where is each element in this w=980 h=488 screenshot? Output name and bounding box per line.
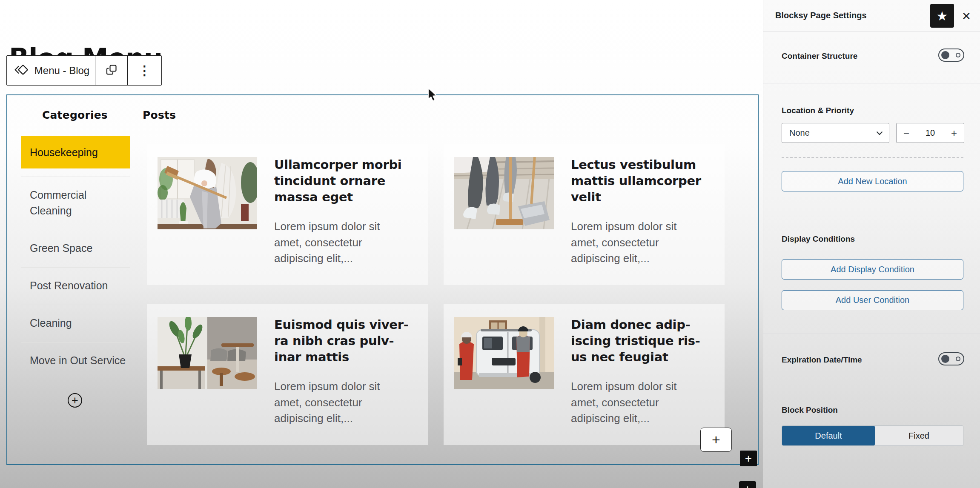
toggle-ring xyxy=(956,357,960,361)
copy-icon xyxy=(105,63,118,78)
divider xyxy=(763,386,980,386)
container-structure-toggle[interactable] xyxy=(938,49,964,62)
block-editor-screen: Blog Menu Menu - Blog xyxy=(0,0,980,488)
star-icon: ★ xyxy=(937,9,948,23)
add-display-condition-button[interactable]: Add Display Condition xyxy=(782,259,963,280)
duplicate-button[interactable] xyxy=(95,56,127,85)
add-new-location-button[interactable]: Add New Location xyxy=(782,171,963,191)
post-card[interactable]: Lectus vestibulummattis ullamcorpervelit… xyxy=(444,144,725,285)
options-button[interactable]: ⋮ xyxy=(127,56,161,85)
posts-heading: Posts xyxy=(143,109,176,121)
expiration-toggle[interactable] xyxy=(938,352,964,365)
selected-menu-block[interactable]: Categories Housekeeping Commercial Clean… xyxy=(6,94,759,465)
categories-list: Commercial CleaningGreen SpacePost Renov… xyxy=(21,177,130,380)
post-excerpt: Lorem ipsum dolor sitamet, consecteturad… xyxy=(571,379,699,427)
close-icon: ✕ xyxy=(962,10,971,23)
post-excerpt: Lorem ipsum dolor sitamet, consecteturad… xyxy=(274,219,402,267)
post-excerpt: Lorem ipsum dolor sitamet, consecteturad… xyxy=(571,219,699,267)
panel-title: Blocksy Page Settings xyxy=(775,0,867,31)
photo-plant-interior xyxy=(158,317,257,389)
block-toolbar: Menu - Blog ⋮ xyxy=(6,55,162,86)
container-structure-label: Container Structure xyxy=(782,51,857,61)
location-select[interactable]: None xyxy=(782,123,889,143)
divider xyxy=(763,467,980,467)
divider xyxy=(763,83,980,83)
add-user-condition-button[interactable]: Add User Condition xyxy=(782,290,963,310)
post-title: Diam donec adip-iscing tristique ris-us … xyxy=(571,317,724,365)
category-item[interactable]: Post Renovation xyxy=(21,267,130,305)
divider xyxy=(763,215,980,215)
blocksy-page-settings-panel: Blocksy Page Settings ★ ✕ Container Stru… xyxy=(763,0,980,488)
toggle-knob xyxy=(941,355,949,363)
divider xyxy=(763,334,980,334)
plus-icon: + xyxy=(745,452,752,465)
post-title: Euismod quis viver-ra nibh cras pulv-ina… xyxy=(274,317,427,365)
kebab-icon: ⋮ xyxy=(138,63,151,78)
add-category-button[interactable]: + xyxy=(68,393,82,408)
category-item[interactable]: Green Space xyxy=(21,230,130,267)
post-excerpt: Lorem ipsum dolor sitamet, consecteturad… xyxy=(274,379,402,427)
add-block-button[interactable]: + xyxy=(700,428,732,452)
toggle-knob xyxy=(941,51,949,59)
block-type-button[interactable]: Menu - Blog xyxy=(7,56,95,85)
editor-canvas[interactable]: Blog Menu Menu - Blog xyxy=(0,0,763,488)
post-card[interactable]: Diam donec adip-iscing tristique ris-us … xyxy=(444,304,725,445)
categories-heading: Categories xyxy=(42,109,108,121)
location-select-value: None xyxy=(789,128,876,138)
divider xyxy=(763,31,980,31)
block-position-label: Block Position xyxy=(782,405,838,415)
block-position-fixed[interactable]: Fixed xyxy=(875,426,963,445)
location-priority-label: Location & Priority xyxy=(782,106,854,115)
plus-button[interactable]: + xyxy=(951,128,957,138)
category-item-active[interactable]: Housekeeping xyxy=(21,136,130,168)
block-inserter-button[interactable]: + xyxy=(740,451,757,466)
priority-value[interactable]: 10 xyxy=(926,128,935,138)
toggle-ring xyxy=(956,53,960,57)
pin-button[interactable]: ★ xyxy=(930,4,954,28)
category-item[interactable]: Move in Out Service xyxy=(21,342,130,380)
block-position-default[interactable]: Default xyxy=(782,426,875,445)
priority-stepper: − 10 + xyxy=(896,123,964,143)
post-card[interactable]: Ullamcorper morbitincidunt ornaremassa e… xyxy=(147,144,428,285)
plus-icon: + xyxy=(712,431,720,448)
photo-broom-dustpan xyxy=(454,157,554,229)
chevron-down-icon xyxy=(876,129,883,137)
display-conditions-label: Display Conditions xyxy=(782,234,855,244)
dashed-divider xyxy=(782,157,963,158)
menu-block-icon xyxy=(14,62,29,79)
block-position-control: Default Fixed xyxy=(782,425,963,446)
block-label: Menu - Blog xyxy=(34,65,89,77)
photo-woman-sweeping xyxy=(158,157,257,229)
category-item[interactable]: Commercial Cleaning xyxy=(21,177,130,230)
post-title: Ullamcorper morbitincidunt ornaremassa e… xyxy=(274,157,427,205)
circle-plus-icon: + xyxy=(72,395,78,406)
close-panel-button[interactable]: ✕ xyxy=(960,10,973,23)
plus-icon: + xyxy=(744,482,751,488)
minus-button[interactable]: − xyxy=(903,128,909,138)
post-title: Lectus vestibulummattis ullamcorpervelit xyxy=(571,157,724,205)
post-card[interactable]: Euismod quis viver-ra nibh cras pulv-ina… xyxy=(147,304,428,445)
photo-movers-van xyxy=(454,317,554,389)
expiration-label: Expiration Date/Time xyxy=(782,355,862,365)
bottom-inserter-button[interactable]: + xyxy=(739,481,756,488)
category-item[interactable]: Cleaning xyxy=(21,305,130,342)
